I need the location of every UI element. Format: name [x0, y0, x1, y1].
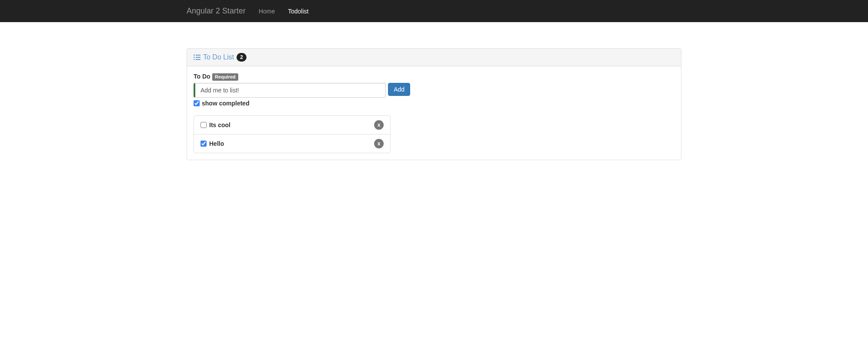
todo-list: Its cool x Hello x — [194, 115, 391, 153]
nav-link-todolist[interactable]: Todolist — [281, 1, 315, 21]
list-icon — [194, 54, 201, 60]
todo-text: Hello — [209, 140, 224, 147]
svg-rect-5 — [196, 59, 201, 60]
todo-input-label: To Do Required — [194, 73, 238, 81]
svg-rect-4 — [194, 59, 195, 60]
svg-rect-3 — [196, 57, 201, 58]
todo-text: Its cool — [209, 121, 230, 128]
svg-rect-2 — [194, 57, 195, 58]
todo-checkbox[interactable] — [201, 141, 207, 147]
show-completed-label: show completed — [202, 100, 250, 107]
panel-heading: To Do List 2 — [187, 49, 681, 66]
required-badge: Required — [212, 73, 239, 81]
todo-input[interactable] — [194, 83, 386, 98]
todo-panel: To Do List 2 To Do Required Add show — [187, 48, 681, 160]
nav-links: Home Todolist — [252, 1, 315, 21]
svg-rect-1 — [196, 55, 201, 56]
delete-button[interactable]: x — [374, 139, 384, 148]
navbar: Angular 2 Starter Home Todolist — [0, 0, 868, 22]
list-item: Its cool x — [194, 116, 390, 135]
todo-checkbox[interactable] — [201, 122, 207, 128]
delete-button[interactable]: x — [374, 120, 384, 130]
add-button[interactable]: Add — [388, 83, 410, 96]
nav-link-home[interactable]: Home — [252, 1, 281, 21]
list-item: Hello x — [194, 135, 390, 153]
panel-title-text[interactable]: To Do List — [203, 53, 234, 61]
todo-count-badge: 2 — [237, 53, 247, 62]
svg-rect-0 — [194, 55, 195, 56]
brand-link[interactable]: Angular 2 Starter — [187, 0, 252, 22]
show-completed-row[interactable]: show completed — [194, 100, 674, 107]
show-completed-checkbox[interactable] — [194, 100, 200, 106]
